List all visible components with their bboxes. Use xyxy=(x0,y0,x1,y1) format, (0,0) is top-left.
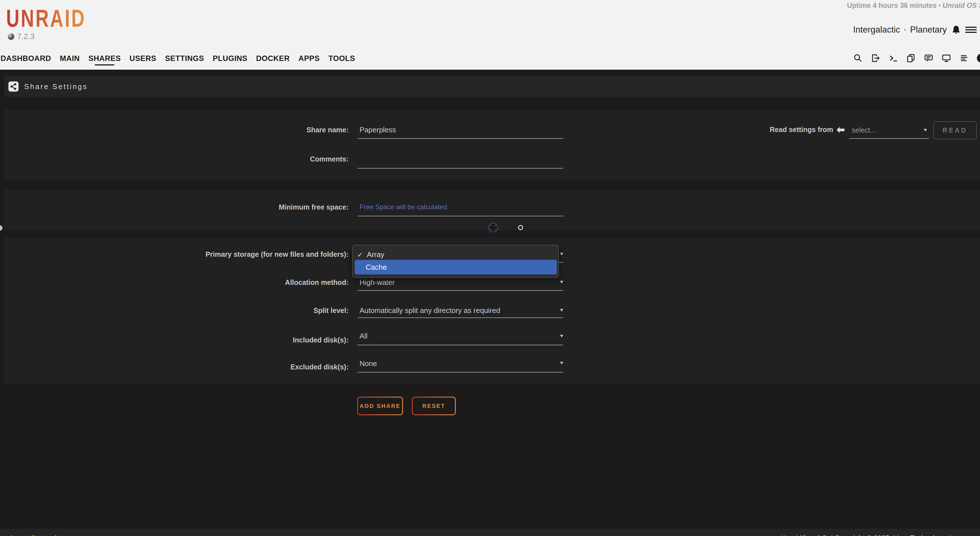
ring-cursor xyxy=(518,225,523,230)
os-edition: Unraid OS Starter xyxy=(942,2,980,9)
dropdown-option-array[interactable]: ✓Array xyxy=(357,250,384,259)
display-icon[interactable] xyxy=(942,53,951,63)
server-description: Planetary xyxy=(910,25,947,35)
min-free-space-input[interactable]: Free Space will be calculated xyxy=(360,203,447,211)
nav-users[interactable]: USERS xyxy=(130,54,157,63)
arrow-left-icon xyxy=(836,126,845,134)
comments-underline xyxy=(358,168,563,169)
search-icon[interactable] xyxy=(853,53,863,63)
primary-storage-arrow-icon: ▼ xyxy=(559,251,564,257)
read-settings-label: Read settings from xyxy=(770,126,833,134)
server-name: Intergalactic xyxy=(853,25,900,35)
server-line: Intergalactic • Planetary xyxy=(853,24,977,36)
array-status: ● Array Started xyxy=(2,534,57,536)
reset-button[interactable]: RESET xyxy=(412,397,456,415)
min-free-space-label: Minimum free space: xyxy=(0,203,348,211)
share-name-underline xyxy=(358,138,563,139)
version-line: 7.2.3 xyxy=(8,32,35,41)
included-disks-select[interactable]: All xyxy=(360,332,368,340)
share-name-label: Share name: xyxy=(0,126,348,134)
split-level-select[interactable]: Automatically split any directory as req… xyxy=(360,306,500,314)
add-share-button[interactable]: ADD SHARE xyxy=(357,397,403,415)
comments-label: Comments: xyxy=(0,155,348,163)
excluded-disks-label: Excluded disk(s): xyxy=(0,363,348,371)
nav-apps[interactable]: APPS xyxy=(299,54,320,63)
menu-icon[interactable] xyxy=(966,25,977,34)
share-name-input[interactable]: Paperpless xyxy=(360,126,396,134)
uptime-separator: • xyxy=(937,2,943,9)
allocation-method-underline xyxy=(358,290,563,291)
read-settings-select[interactable]: select... xyxy=(852,126,876,134)
status-dot-icon: ● xyxy=(2,534,9,536)
nav-main[interactable]: MAIN xyxy=(60,54,80,63)
split-level-arrow-icon: ▼ xyxy=(559,308,564,313)
version-icon xyxy=(8,34,14,40)
theme-icon[interactable] xyxy=(977,54,980,63)
split-level-label: Split level: xyxy=(0,306,348,314)
min-free-space-underline xyxy=(358,216,563,216)
nav-plugins[interactable]: PLUGINS xyxy=(213,54,248,63)
feedback-icon[interactable] xyxy=(924,53,934,63)
bell-icon[interactable] xyxy=(951,24,961,35)
excluded-disks-select[interactable]: None xyxy=(360,359,377,368)
read-button[interactable]: READ xyxy=(934,121,977,139)
log-icon[interactable] xyxy=(959,53,969,63)
included-disks-underline xyxy=(358,345,563,345)
included-disks-arrow-icon: ▼ xyxy=(559,333,564,339)
primary-storage-label: Primary storage (for new files and folde… xyxy=(0,250,348,258)
uptime-line: Uptime 4 hours 36 minutes•Unraid OS Star… xyxy=(847,2,980,10)
logout-icon[interactable] xyxy=(871,53,880,63)
read-settings-underline xyxy=(849,138,929,139)
page-title-bar xyxy=(5,76,980,97)
terminal-icon[interactable] xyxy=(889,53,898,63)
allocation-method-arrow-icon: ▼ xyxy=(559,279,564,285)
header-toolbar xyxy=(853,53,980,63)
excluded-disks-arrow-icon: ▼ xyxy=(559,361,564,366)
check-icon: ✓ xyxy=(357,251,363,259)
nav-docker[interactable]: DOCKER xyxy=(256,54,290,63)
read-settings-arrow-icon: ▼ xyxy=(923,128,928,133)
footer-copyright: Unraid® webGui Copyright © 2025, Lime Te… xyxy=(781,534,960,536)
allocation-method-select[interactable]: High-water xyxy=(360,278,395,287)
included-disks-label: Included disk(s): xyxy=(0,336,348,344)
excluded-disks-underline xyxy=(358,372,563,373)
unraid-logo[interactable]: UNRAID xyxy=(6,4,86,33)
version-text: 7.2.3 xyxy=(17,32,35,41)
nav-settings[interactable]: SETTINGS xyxy=(165,54,204,63)
panel-handle[interactable] xyxy=(0,225,3,231)
allocation-method-label: Allocation method: xyxy=(0,278,348,287)
share-settings-icon xyxy=(8,81,19,92)
dropdown-option-cache[interactable]: Cache xyxy=(355,260,557,274)
section-basic xyxy=(4,109,980,180)
uptime-text: Uptime 4 hours 36 minutes xyxy=(847,2,937,9)
split-level-underline xyxy=(358,317,563,318)
primary-storage-dropdown: ✓Array Cache xyxy=(352,245,559,278)
page-title: Share Settings xyxy=(24,82,88,91)
nav-dashboard[interactable]: DASHBOARD xyxy=(0,54,51,63)
footer-link-icon[interactable]: ■ xyxy=(975,534,980,536)
server-separator: • xyxy=(904,26,906,34)
crosshair-cursor xyxy=(488,222,498,233)
main-nav: DASHBOARD MAIN SHARES USERS SETTINGS PLU… xyxy=(0,54,355,63)
copy-icon[interactable] xyxy=(906,53,916,63)
nav-shares[interactable]: SHARES xyxy=(88,54,121,63)
nav-tools[interactable]: TOOLS xyxy=(328,54,355,63)
